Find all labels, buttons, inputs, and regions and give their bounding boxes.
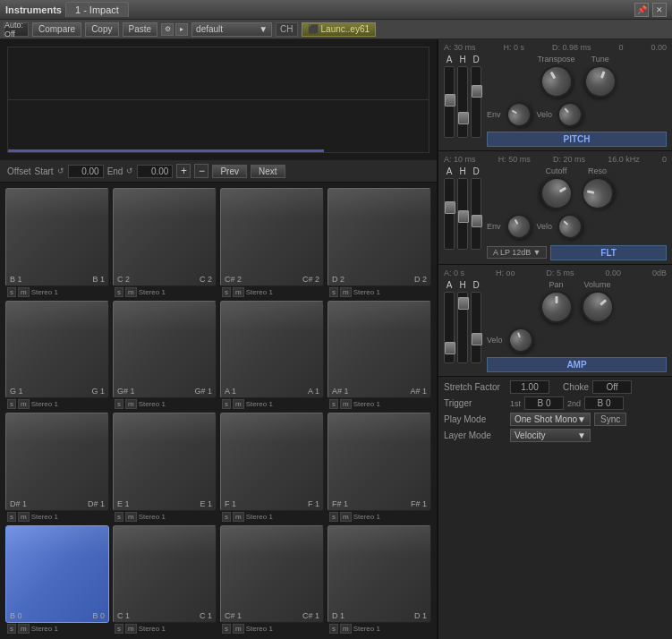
- choke-value[interactable]: Off: [592, 380, 632, 394]
- arrow-icon[interactable]: ▸: [175, 23, 188, 36]
- filter-type-selector[interactable]: A LP 12dB ▼: [487, 246, 547, 259]
- volume-knob[interactable]: [574, 285, 620, 330]
- play-mode-label: Play Mode: [444, 414, 506, 424]
- pad-m-btn-13[interactable]: m: [125, 624, 137, 634]
- pad-s-btn-4[interactable]: s: [7, 399, 16, 409]
- pad-13[interactable]: C 1C 1: [113, 525, 217, 624]
- pan-knob[interactable]: [540, 291, 573, 323]
- pad-m-btn-5[interactable]: m: [125, 399, 137, 409]
- filter-h-fader[interactable]: [457, 178, 468, 250]
- pad-s-btn-15[interactable]: s: [329, 624, 338, 634]
- end-value[interactable]: 0.00: [137, 165, 173, 178]
- pin-icon[interactable]: 📌: [634, 3, 649, 17]
- filter-stat-d: D: 20 ms: [553, 155, 585, 164]
- filter-d-fader[interactable]: [471, 178, 481, 250]
- trigger-2nd-value[interactable]: B 0: [584, 396, 624, 410]
- pad-11[interactable]: F# 1F# 1: [327, 413, 431, 511]
- amp-h-fader[interactable]: [457, 292, 468, 363]
- filter-a-fader[interactable]: [444, 178, 455, 250]
- pad-4[interactable]: G 1G 1: [5, 301, 109, 399]
- paste-button[interactable]: Paste: [123, 22, 158, 37]
- cutoff-knob[interactable]: [534, 171, 578, 215]
- pad-m-btn-0[interactable]: m: [18, 287, 30, 297]
- reso-knob[interactable]: [579, 175, 617, 212]
- pad-s-btn-11[interactable]: s: [329, 512, 338, 522]
- pad-s-btn-13[interactable]: s: [115, 624, 123, 634]
- main-container: ⬛⬛⬛ IMPACT Offset Start ↺ 0.00 End ↺: [0, 39, 672, 639]
- launch-button[interactable]: ⬛ Launc..ey61: [302, 22, 377, 37]
- pad-s-btn-0[interactable]: s: [7, 287, 16, 297]
- amp-velo-knob[interactable]: [505, 324, 537, 356]
- pad-6[interactable]: A 1A 1: [220, 301, 324, 399]
- pad-m-btn-6[interactable]: m: [233, 399, 244, 409]
- preset-dropdown[interactable]: default ▼: [191, 22, 272, 37]
- layer-mode-dropdown[interactable]: Velocity ▼: [510, 429, 591, 442]
- pad-3[interactable]: D 2D 2: [327, 188, 431, 286]
- filter-env-knob[interactable]: [501, 209, 535, 243]
- pad-s-btn-7[interactable]: s: [329, 399, 338, 409]
- pitch-velo-knob[interactable]: [552, 97, 587, 132]
- pad-m-btn-4[interactable]: m: [18, 399, 30, 409]
- stretch-factor-value[interactable]: 1.00: [510, 380, 549, 394]
- pad-s-btn-5[interactable]: s: [115, 399, 123, 409]
- impact-tab[interactable]: 1 - Impact: [65, 2, 129, 17]
- pitch-d-fader[interactable]: [471, 66, 481, 138]
- start-value[interactable]: 0.00: [68, 165, 104, 178]
- pitch-h-fader[interactable]: [457, 66, 468, 138]
- compare-button[interactable]: Compare: [32, 22, 81, 37]
- gear-icon[interactable]: ⚙: [161, 23, 174, 36]
- pad-channel-10: Stereo 1: [246, 513, 273, 521]
- pad-m-btn-1[interactable]: m: [125, 287, 137, 297]
- pad-2[interactable]: C# 2C# 2: [220, 188, 324, 286]
- pad-m-btn-11[interactable]: m: [340, 512, 352, 522]
- pitch-env-knob[interactable]: [501, 98, 535, 132]
- trigger-1st-value[interactable]: B 0: [524, 396, 564, 410]
- pad-m-btn-7[interactable]: m: [340, 399, 352, 409]
- sync-checkbox[interactable]: Sync: [594, 413, 626, 426]
- pad-12[interactable]: B 0B 0: [5, 525, 109, 624]
- pad-m-btn-15[interactable]: m: [340, 624, 352, 634]
- pad-s-btn-6[interactable]: s: [222, 399, 231, 409]
- close-icon[interactable]: ✕: [652, 3, 667, 17]
- pad-0[interactable]: B 1B 1: [5, 188, 109, 286]
- pad-cell-1: C 2C 2smStereo 1: [113, 188, 217, 297]
- pad-s-btn-9[interactable]: s: [115, 512, 123, 522]
- prev-button[interactable]: Prev: [212, 165, 247, 178]
- pad-s-btn-1[interactable]: s: [115, 287, 123, 297]
- tune-knob[interactable]: [580, 61, 621, 102]
- pad-9[interactable]: E 1E 1: [113, 413, 217, 511]
- pad-m-btn-12[interactable]: m: [18, 624, 30, 634]
- pad-m-btn-3[interactable]: m: [340, 287, 352, 297]
- pad-7[interactable]: A# 1A# 1: [327, 301, 431, 399]
- pad-8[interactable]: D# 1D# 1: [5, 413, 109, 511]
- filter-velo-knob[interactable]: [552, 209, 587, 243]
- pitch-a-fader[interactable]: [444, 66, 455, 138]
- pad-s-btn-2[interactable]: s: [222, 287, 231, 297]
- pad-m-btn-14[interactable]: m: [233, 624, 244, 634]
- pad-14[interactable]: C# 1C# 1: [220, 525, 324, 624]
- transpose-knob[interactable]: [534, 59, 578, 103]
- amp-section-title: AMP: [487, 357, 667, 372]
- pad-15[interactable]: D 1D 1: [327, 525, 431, 624]
- minus-button[interactable]: −: [194, 164, 208, 178]
- pad-1[interactable]: C 2C 2: [113, 188, 217, 286]
- copy-button[interactable]: Copy: [85, 22, 118, 37]
- pad-s-btn-12[interactable]: s: [7, 624, 16, 634]
- waveform-controls: Offset Start ↺ 0.00 End ↺ 0.00 + − Prev …: [0, 160, 437, 182]
- amp-a-fader[interactable]: [444, 292, 455, 363]
- impact-header: ⬛⬛⬛ IMPACT Offset Start ↺ 0.00 End ↺: [0, 39, 437, 183]
- pad-m-btn-8[interactable]: m: [18, 512, 30, 522]
- amp-d-fader[interactable]: [471, 292, 481, 363]
- next-button[interactable]: Next: [251, 165, 285, 178]
- pad-m-btn-2[interactable]: m: [233, 287, 244, 297]
- pad-m-btn-9[interactable]: m: [125, 512, 137, 522]
- pad-s-btn-3[interactable]: s: [329, 287, 338, 297]
- pad-m-btn-10[interactable]: m: [233, 512, 244, 522]
- play-mode-dropdown[interactable]: One Shot Mono ▼: [510, 413, 591, 426]
- pad-s-btn-8[interactable]: s: [7, 512, 16, 522]
- pad-s-btn-10[interactable]: s: [222, 512, 231, 522]
- plus-button[interactable]: +: [176, 164, 191, 178]
- pad-10[interactable]: F 1F 1: [220, 413, 324, 511]
- pad-s-btn-14[interactable]: s: [222, 624, 231, 634]
- pad-5[interactable]: G# 1G# 1: [113, 301, 217, 399]
